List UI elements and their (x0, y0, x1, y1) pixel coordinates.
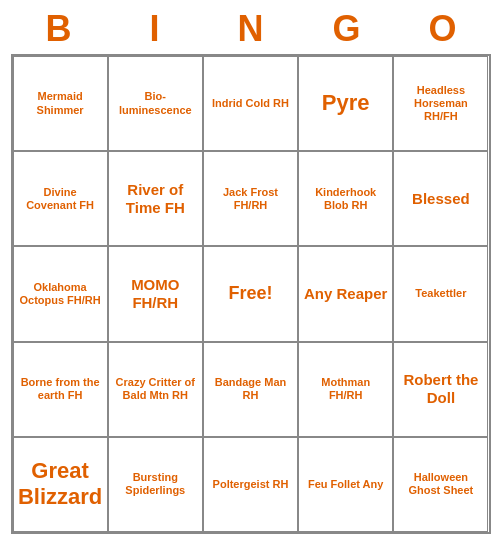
bingo-cell-20: Great Blizzard (13, 437, 108, 532)
bingo-cell-19: Robert the Doll (393, 342, 488, 437)
bingo-cell-13: Any Reaper (298, 246, 393, 341)
bingo-cell-8: Kinderhook Blob RH (298, 151, 393, 246)
header-b: B (11, 8, 107, 50)
bingo-cell-18: Mothman FH/RH (298, 342, 393, 437)
bingo-cell-11: MOMO FH/RH (108, 246, 203, 341)
bingo-grid: Mermaid ShimmerBio-luminescenceIndrid Co… (11, 54, 491, 534)
bingo-cell-16: Crazy Critter of Bald Mtn RH (108, 342, 203, 437)
bingo-cell-4: Headless Horseman RH/FH (393, 56, 488, 151)
bingo-cell-2: Indrid Cold RH (203, 56, 298, 151)
bingo-cell-23: Feu Follet Any (298, 437, 393, 532)
bingo-cell-12: Free! (203, 246, 298, 341)
bingo-cell-0: Mermaid Shimmer (13, 56, 108, 151)
header-i: I (107, 8, 203, 50)
header-g: G (299, 8, 395, 50)
bingo-cell-14: Teakettler (393, 246, 488, 341)
bingo-cell-24: Halloween Ghost Sheet (393, 437, 488, 532)
bingo-cell-1: Bio-luminescence (108, 56, 203, 151)
header-o: O (395, 8, 491, 50)
bingo-cell-6: River of Time FH (108, 151, 203, 246)
bingo-cell-5: Divine Covenant FH (13, 151, 108, 246)
bingo-cell-9: Blessed (393, 151, 488, 246)
bingo-cell-10: Oklahoma Octopus FH/RH (13, 246, 108, 341)
bingo-cell-15: Borne from the earth FH (13, 342, 108, 437)
bingo-cell-21: Bursting Spiderlings (108, 437, 203, 532)
bingo-cell-7: Jack Frost FH/RH (203, 151, 298, 246)
bingo-cell-3: Pyre (298, 56, 393, 151)
header-n: N (203, 8, 299, 50)
bingo-cell-17: Bandage Man RH (203, 342, 298, 437)
bingo-cell-22: Poltergeist RH (203, 437, 298, 532)
bingo-header: B I N G O (11, 8, 491, 50)
